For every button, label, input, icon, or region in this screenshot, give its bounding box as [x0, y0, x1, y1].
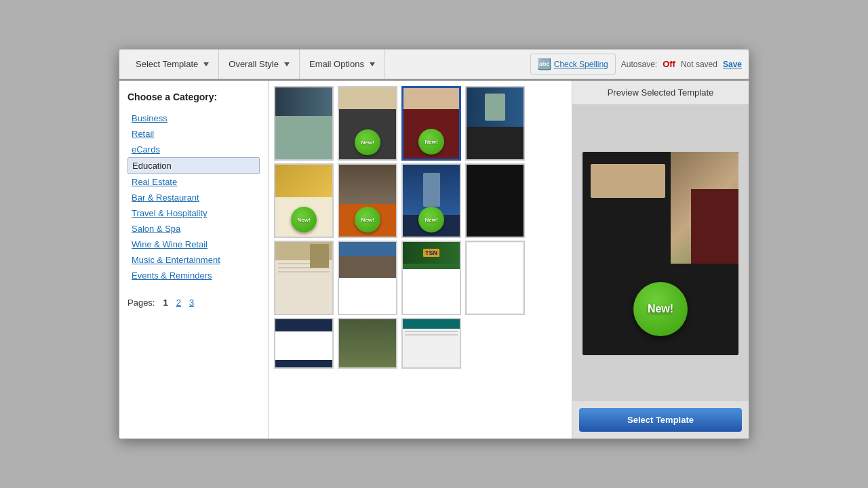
- spell-check-icon: 🔤: [538, 58, 551, 70]
- pages-label: Pages:: [127, 298, 155, 308]
- page-1[interactable]: 1: [160, 297, 170, 308]
- sidebar-item-ecards[interactable]: eCards: [127, 142, 260, 157]
- template-thumb-4[interactable]: [465, 86, 525, 161]
- main-content: Choose a Category: Business Retail eCard…: [119, 79, 749, 439]
- preview-frame: New!: [583, 152, 738, 355]
- template-grid: New! New!: [269, 81, 572, 439]
- select-template-label: Select Template: [136, 59, 198, 69]
- autosave-status: Off: [663, 59, 675, 69]
- sidebar-item-real-estate[interactable]: Real Estate: [127, 174, 260, 190]
- sidebar-item-music[interactable]: Music & Entertainment: [127, 252, 260, 268]
- sidebar-item-wine[interactable]: Wine & Wine Retail: [127, 237, 260, 252]
- template-thumb-11[interactable]: TSN: [401, 241, 461, 315]
- sidebar-item-travel[interactable]: Travel & Hospitality: [127, 205, 260, 221]
- template-thumb-6[interactable]: New!: [338, 163, 397, 238]
- template-thumb-13[interactable]: [274, 318, 334, 369]
- template-thumb-2[interactable]: New!: [338, 86, 397, 161]
- email-options-button[interactable]: Email Options: [300, 49, 385, 79]
- sidebar-item-salon[interactable]: Salon & Spa: [127, 221, 260, 237]
- preview-image-area: New!: [572, 105, 749, 401]
- sidebar-item-education[interactable]: Education: [127, 157, 260, 174]
- template-thumb-9[interactable]: [274, 241, 334, 315]
- page-3[interactable]: 3: [186, 297, 197, 308]
- template-row-3: TSN: [274, 241, 566, 315]
- preview-new-badge: New!: [633, 282, 688, 336]
- template-thumb-1[interactable]: [274, 86, 334, 161]
- email-options-label: Email Options: [309, 59, 364, 69]
- check-spelling-label: Check Spelling: [554, 60, 608, 69]
- template-thumb-3[interactable]: New!: [401, 86, 461, 161]
- toolbar: Select Template Overall Style Email Opti…: [119, 49, 749, 79]
- overall-style-dropdown-icon: [284, 62, 290, 66]
- not-saved-label: Not saved: [681, 60, 717, 69]
- sidebar-title: Choose a Category:: [127, 92, 260, 102]
- new-badge-3: New!: [418, 129, 444, 155]
- save-link[interactable]: Save: [723, 60, 742, 69]
- sidebar-item-business[interactable]: Business: [127, 110, 260, 126]
- overall-style-button[interactable]: Overall Style: [219, 49, 300, 79]
- app-window: Select Template Overall Style Email Opti…: [119, 49, 749, 439]
- template-thumb-12[interactable]: [465, 241, 525, 315]
- template-thumb-10[interactable]: [338, 241, 397, 315]
- new-badge-5: New!: [291, 207, 317, 232]
- sidebar-item-events[interactable]: Events & Reminders: [127, 268, 260, 283]
- new-badge-2: New!: [355, 129, 380, 155]
- sidebar-item-bar-restaurant[interactable]: Bar & Restaurant: [127, 190, 260, 205]
- new-badge-7: New!: [418, 207, 444, 232]
- template-thumb-8[interactable]: [465, 163, 525, 238]
- template-thumb-5[interactable]: New!: [274, 163, 334, 238]
- category-sidebar: Choose a Category: Business Retail eCard…: [119, 81, 269, 439]
- preview-panel: Preview Selected Template New!: [572, 81, 749, 439]
- sidebar-item-retail[interactable]: Retail: [127, 126, 260, 142]
- pagination: Pages: 1 2 3: [127, 297, 260, 308]
- template-row-2: New! New!: [274, 163, 566, 238]
- toolbar-left: Select Template Overall Style Email Opti…: [126, 49, 530, 79]
- template-thumb-14[interactable]: [338, 318, 397, 369]
- select-template-button-preview[interactable]: Select Template: [579, 408, 742, 432]
- template-thumb-7[interactable]: New!: [401, 163, 461, 238]
- overall-style-label: Overall Style: [229, 59, 279, 69]
- new-badge-6: New!: [355, 207, 380, 232]
- check-spelling-button[interactable]: 🔤 Check Spelling: [530, 54, 616, 75]
- template-thumb-15[interactable]: [401, 318, 461, 369]
- toolbar-right: 🔤 Check Spelling Autosave: Off Not saved…: [530, 54, 742, 75]
- autosave-label: Autosave:: [621, 60, 657, 69]
- page-2[interactable]: 2: [174, 297, 184, 308]
- template-row-4: [274, 318, 566, 369]
- select-template-button[interactable]: Select Template: [126, 49, 219, 79]
- email-options-dropdown-icon: [370, 62, 375, 66]
- preview-title: Preview Selected Template: [572, 81, 749, 105]
- select-template-dropdown-icon: [203, 62, 209, 66]
- template-row-1: New! New!: [274, 86, 566, 161]
